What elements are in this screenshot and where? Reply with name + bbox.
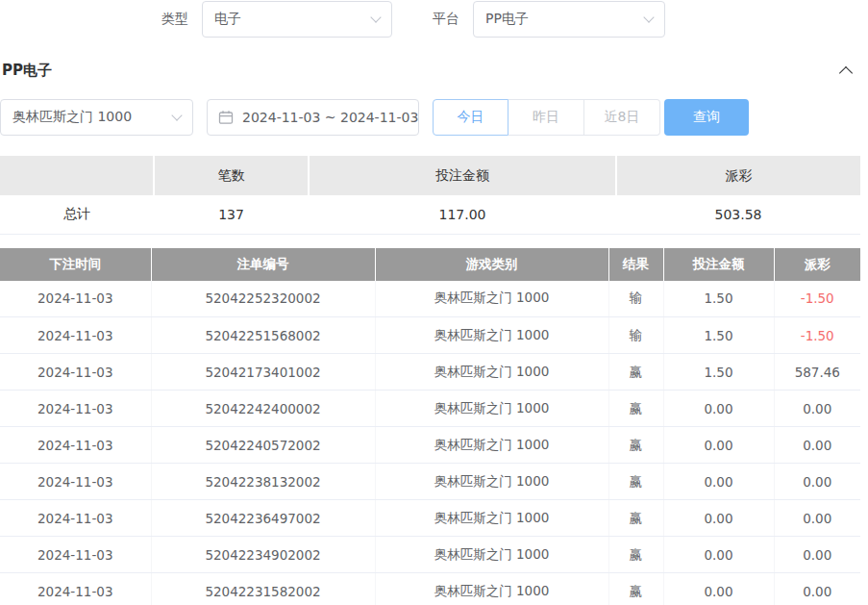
bet-amount-cell: 0.00	[663, 500, 774, 537]
bet-time-cell: 2024-11-03	[0, 573, 151, 605]
summary-table: 笔数 投注金额 派彩 总计 137 117.00 503.58	[0, 156, 860, 235]
bet-id-cell: 52042173401002	[151, 354, 375, 391]
result-cell: 赢	[608, 537, 663, 573]
bet-time-cell: 2024-11-03	[0, 537, 151, 573]
date-range-picker[interactable]: 2024-11-03 ~ 2024-11-03	[207, 99, 419, 136]
summary-header-bet-amount: 投注金额	[309, 156, 616, 195]
table-row: 2024-11-0352042251568002奥林匹斯之门 1000输1.50…	[0, 317, 860, 354]
bet-id-cell: 52042236497002	[151, 500, 375, 537]
bet-id-cell: 52042238132002	[151, 464, 375, 500]
bet-amount-cell: 0.00	[663, 427, 774, 464]
bet-amount-cell: 0.00	[663, 391, 774, 427]
payout-cell: 0.00	[774, 391, 860, 427]
payout-cell: -1.50	[774, 281, 860, 317]
bet-amount-cell: 1.50	[663, 281, 774, 317]
type-select[interactable]: 电子	[202, 1, 392, 38]
result-cell: 输	[608, 317, 663, 354]
platform-select-value: PP电子	[485, 11, 529, 28]
bet-amount-cell: 0.00	[663, 464, 774, 500]
game-name-cell: 奥林匹斯之门 1000	[375, 573, 608, 605]
table-row: 2024-11-0352042240572002奥林匹斯之门 1000赢0.00…	[0, 427, 860, 464]
result-cell: 赢	[608, 354, 663, 391]
bet-time-cell: 2024-11-03	[0, 317, 151, 354]
game-name-cell: 奥林匹斯之门 1000	[375, 391, 608, 427]
bet-time-cell: 2024-11-03	[0, 391, 151, 427]
date-range-value: 2024-11-03 ~ 2024-11-03	[242, 110, 418, 125]
bet-table: 下注时间 注单编号 游戏类别 结果 投注金额 派彩 2024-11-035204…	[0, 248, 860, 605]
quick-range-group: 今日 昨日 近8日	[433, 99, 660, 136]
summary-header-count: 笔数	[154, 156, 309, 195]
bet-time-cell: 2024-11-03	[0, 281, 151, 317]
bet-amount-cell: 1.50	[663, 354, 774, 391]
payout-cell: -1.50	[774, 317, 860, 354]
bet-table-body: 2024-11-0352042252320002奥林匹斯之门 1000输1.50…	[0, 281, 860, 605]
table-row: 2024-11-0352042242400002奥林匹斯之门 1000赢0.00…	[0, 391, 860, 427]
quick-range-today[interactable]: 今日	[433, 99, 508, 136]
bet-time-cell: 2024-11-03	[0, 500, 151, 537]
bet-time-cell: 2024-11-03	[0, 427, 151, 464]
game-name-cell: 奥林匹斯之门 1000	[375, 354, 608, 391]
chevron-down-icon	[643, 12, 654, 22]
bet-id-cell: 52042242400002	[151, 391, 375, 427]
summary-bet-amount-value: 117.00	[309, 195, 616, 234]
game-name-cell: 奥林匹斯之门 1000	[375, 427, 608, 464]
bet-id-cell: 52042251568002	[151, 317, 375, 354]
game-name-cell: 奥林匹斯之门 1000	[375, 537, 608, 573]
payout-cell: 0.00	[774, 500, 860, 537]
game-name-cell: 奥林匹斯之门 1000	[375, 317, 608, 354]
game-name-cell: 奥林匹斯之门 1000	[375, 281, 608, 317]
summary-total-row: 总计 137 117.00 503.58	[0, 195, 860, 234]
result-cell: 赢	[608, 500, 663, 537]
top-filter-bar: 类型 电子 平台 PP电子	[0, 0, 868, 38]
summary-header-row: 笔数 投注金额 派彩	[0, 156, 860, 195]
table-row: 2024-11-0352042173401002奥林匹斯之门 1000赢1.50…	[0, 354, 860, 391]
summary-header-empty	[0, 156, 154, 195]
result-cell: 赢	[608, 573, 663, 605]
platform-label: 平台	[433, 11, 459, 28]
result-cell: 赢	[608, 391, 663, 427]
table-row: 2024-11-0352042234902002奥林匹斯之门 1000赢0.00…	[0, 537, 860, 573]
platform-select[interactable]: PP电子	[473, 1, 665, 38]
page: 类型 电子 平台 PP电子 PP电子 奥林匹斯之门 1000 2024-1	[0, 0, 868, 605]
bet-amount-cell: 0.00	[663, 573, 774, 605]
bet-id-cell: 52042231582002	[151, 573, 375, 605]
section-header: PP电子	[0, 60, 868, 81]
game-name-cell: 奥林匹斯之门 1000	[375, 464, 608, 500]
summary-row-label: 总计	[0, 195, 154, 234]
bet-time-cell: 2024-11-03	[0, 464, 151, 500]
summary-header-payout: 派彩	[616, 156, 860, 195]
payout-cell: 0.00	[774, 464, 860, 500]
search-button[interactable]: 查询	[664, 99, 749, 136]
quick-range-8days[interactable]: 近8日	[584, 99, 660, 136]
quick-range-yesterday[interactable]: 昨日	[508, 99, 584, 136]
header-game-category: 游戏类别	[375, 248, 608, 281]
bet-time-cell: 2024-11-03	[0, 354, 151, 391]
bet-amount-cell: 1.50	[663, 317, 774, 354]
bet-id-cell: 52042234902002	[151, 537, 375, 573]
bet-id-cell: 52042252320002	[151, 281, 375, 317]
payout-cell: 0.00	[774, 573, 860, 605]
summary-count-value: 137	[154, 195, 309, 234]
bet-amount-cell: 0.00	[663, 537, 774, 573]
payout-cell: 587.46	[774, 354, 860, 391]
table-row: 2024-11-0352042252320002奥林匹斯之门 1000输1.50…	[0, 281, 860, 317]
table-row: 2024-11-0352042231582002奥林匹斯之门 1000赢0.00…	[0, 573, 860, 605]
payout-cell: 0.00	[774, 427, 860, 464]
game-name-cell: 奥林匹斯之门 1000	[375, 500, 608, 537]
result-cell: 赢	[608, 427, 663, 464]
chevron-down-icon	[171, 110, 182, 120]
header-payout: 派彩	[774, 248, 860, 281]
table-row: 2024-11-0352042236497002奥林匹斯之门 1000赢0.00…	[0, 500, 860, 537]
chevron-up-icon[interactable]	[839, 66, 853, 80]
section-title: PP电子	[2, 62, 52, 80]
header-bet-amount: 投注金额	[663, 248, 774, 281]
summary-payout-value: 503.58	[616, 195, 860, 234]
result-cell: 输	[608, 281, 663, 317]
calendar-icon	[218, 110, 234, 125]
result-cell: 赢	[608, 464, 663, 500]
table-row: 2024-11-0352042238132002奥林匹斯之门 1000赢0.00…	[0, 464, 860, 500]
filter-bar: 奥林匹斯之门 1000 2024-11-03 ~ 2024-11-03 今日 昨…	[0, 99, 868, 136]
payout-cell: 0.00	[774, 537, 860, 573]
header-bet-time: 下注时间	[0, 248, 151, 281]
game-select[interactable]: 奥林匹斯之门 1000	[0, 99, 193, 136]
